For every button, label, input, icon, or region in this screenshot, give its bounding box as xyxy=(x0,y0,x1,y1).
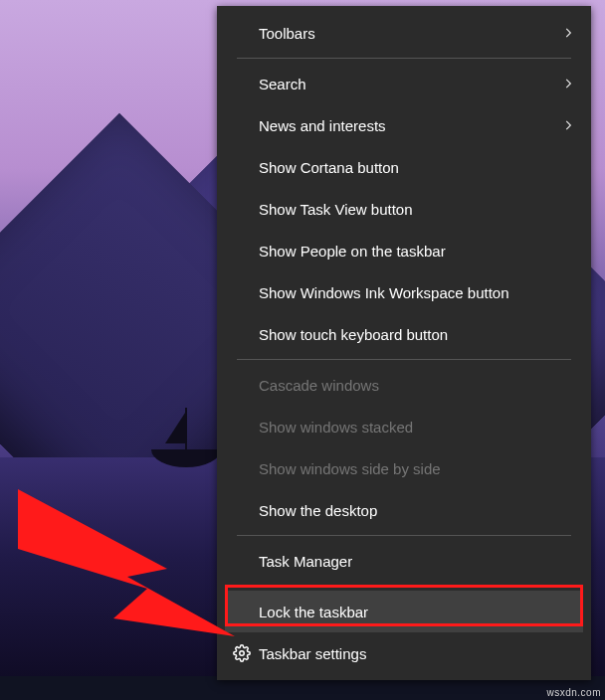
gear-icon xyxy=(233,644,251,662)
menu-item-news-and-interests[interactable]: News and interests xyxy=(225,104,583,146)
menu-label: Lock the taskbar xyxy=(259,604,368,620)
menu-label: Show windows stacked xyxy=(259,419,413,436)
svg-point-0 xyxy=(240,651,245,656)
menu-label: Task Manager xyxy=(259,553,352,570)
chevron-right-icon xyxy=(561,118,575,132)
menu-item-task-manager[interactable]: Task Manager xyxy=(225,540,583,582)
menu-separator xyxy=(237,586,571,587)
menu-label: Search xyxy=(259,76,306,92)
menu-separator xyxy=(237,535,571,536)
menu-label: Taskbar settings xyxy=(259,645,366,662)
menu-label: Cascade windows xyxy=(259,377,379,394)
menu-item-lock-the-taskbar[interactable]: Lock the taskbar xyxy=(225,591,583,632)
menu-label: Show the desktop xyxy=(259,502,377,519)
menu-item-show-people[interactable]: Show People on the taskbar xyxy=(225,230,583,271)
menu-separator xyxy=(237,58,571,59)
taskbar-context-menu: Toolbars Search News and interests Show … xyxy=(217,6,591,680)
menu-label: Show windows side by side xyxy=(259,460,441,477)
menu-item-show-touch-keyboard[interactable]: Show touch keyboard button xyxy=(225,313,583,355)
menu-item-toolbars[interactable]: Toolbars xyxy=(225,12,583,54)
watermark-text: wsxdn.com xyxy=(546,687,601,698)
menu-item-show-task-view[interactable]: Show Task View button xyxy=(225,188,583,230)
menu-label: Show touch keyboard button xyxy=(259,326,448,343)
menu-label: Show Windows Ink Workspace button xyxy=(259,284,509,301)
menu-item-show-windows-stacked: Show windows stacked xyxy=(225,406,583,447)
menu-label: News and interests xyxy=(259,117,386,134)
menu-item-show-ink-workspace[interactable]: Show Windows Ink Workspace button xyxy=(225,271,583,313)
menu-item-show-the-desktop[interactable]: Show the desktop xyxy=(225,489,583,531)
menu-separator xyxy=(237,359,571,360)
chevron-right-icon xyxy=(561,26,575,40)
menu-label: Show People on the taskbar xyxy=(259,243,446,260)
chevron-right-icon xyxy=(561,77,575,90)
menu-item-show-cortana[interactable]: Show Cortana button xyxy=(225,146,583,188)
menu-item-show-windows-side-by-side: Show windows side by side xyxy=(225,447,583,489)
menu-label: Show Cortana button xyxy=(259,159,399,176)
menu-label: Toolbars xyxy=(259,25,315,42)
menu-label: Show Task View button xyxy=(259,201,413,218)
menu-item-search[interactable]: Search xyxy=(225,63,583,104)
menu-item-taskbar-settings[interactable]: Taskbar settings xyxy=(225,632,583,674)
menu-item-cascade-windows: Cascade windows xyxy=(225,364,583,406)
